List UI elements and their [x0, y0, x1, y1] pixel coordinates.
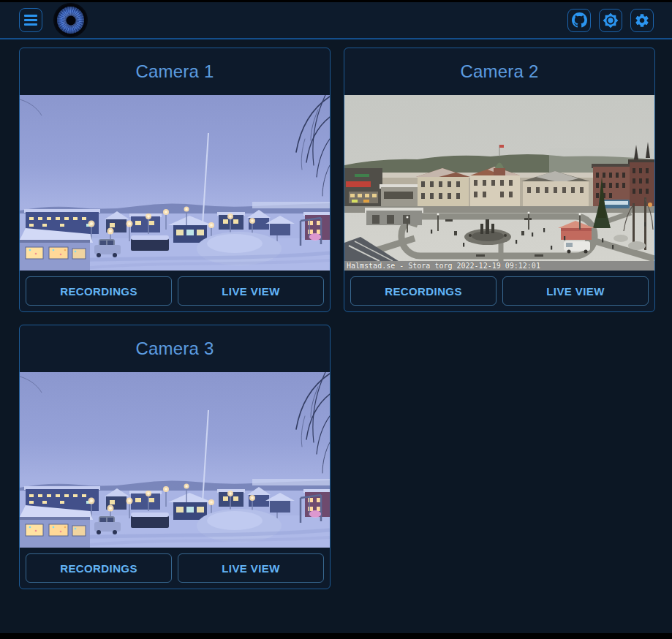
github-icon [572, 12, 587, 28]
town-square-scene [344, 95, 654, 261]
gear-icon [634, 12, 650, 29]
camera-grid: Camera 1 [0, 39, 672, 589]
camera-title: Camera 2 [461, 61, 539, 82]
camera-card-actions: RECORDINGS LIVE VIEW [20, 548, 330, 589]
camera-card-2: Camera 2 [344, 48, 655, 312]
snowy-village-scene [20, 95, 330, 271]
camera-card-header: Camera 2 [344, 48, 654, 95]
brightness-icon [603, 12, 619, 29]
snowy-village-scene [20, 372, 330, 548]
settings-button[interactable] [630, 9, 654, 32]
eye-logo-icon [55, 4, 86, 36]
camera-card-header: Camera 3 [20, 325, 330, 372]
camera-overlay-caption: Halmstad.se - Stora torg 2022-12-19 09:1… [344, 261, 654, 271]
recordings-button[interactable]: RECORDINGS [26, 276, 172, 306]
menu-button[interactable] [19, 8, 42, 32]
app-bar [0, 2, 672, 39]
app-bar-actions [567, 9, 654, 32]
live-view-button[interactable]: LIVE VIEW [502, 276, 649, 306]
page: Camera 1 [0, 2, 672, 633]
camera-card-actions: RECORDINGS LIVE VIEW [344, 271, 654, 311]
camera-snapshot [20, 372, 330, 548]
github-button[interactable] [567, 9, 591, 32]
camera-title: Camera 1 [136, 61, 214, 82]
recordings-button[interactable]: RECORDINGS [350, 276, 497, 306]
camera-title: Camera 3 [136, 339, 214, 359]
recordings-button[interactable]: RECORDINGS [26, 553, 172, 583]
camera-snapshot [20, 95, 330, 271]
camera-card-1: Camera 1 [19, 48, 331, 312]
live-view-button[interactable]: LIVE VIEW [178, 553, 324, 583]
camera-card-3: Camera 3 [19, 325, 331, 589]
camera-card-actions: RECORDINGS LIVE VIEW [20, 271, 330, 311]
camera-snapshot: Halmstad.se - Stora torg 2022-12-19 09:1… [344, 95, 654, 271]
live-view-button[interactable]: LIVE VIEW [178, 276, 324, 306]
hamburger-menu-icon [24, 15, 37, 17]
camera-card-header: Camera 1 [20, 48, 330, 95]
theme-toggle-button[interactable] [599, 9, 622, 32]
